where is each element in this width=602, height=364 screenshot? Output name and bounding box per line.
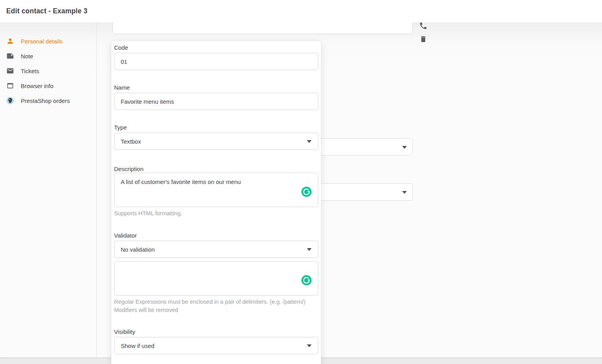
sidebar: Personal details Note Tickets <box>0 22 96 357</box>
sidebar-item-note[interactable]: Note <box>0 49 96 63</box>
sidebar-item-label: PrestaShop orders <box>21 97 70 104</box>
sidebar-item-label: Note <box>21 53 33 59</box>
chevron-down-icon <box>307 248 312 251</box>
regex-pattern-textarea[interactable] <box>114 261 318 296</box>
sidebar-item-tickets[interactable]: Tickets <box>0 63 96 78</box>
chevron-down-icon <box>307 344 312 347</box>
edit-contact-page: Edit contact - Example 3 Personal detail… <box>0 0 602 364</box>
sidebar-divider <box>96 22 97 357</box>
envelope-icon <box>6 67 14 75</box>
type-select[interactable]: Textbox <box>114 133 318 150</box>
description-textarea[interactable]: A list of customer's favorite items on o… <box>114 173 318 207</box>
visibility-select-value: Show if used <box>121 342 154 349</box>
chevron-down-icon <box>307 140 312 143</box>
sidebar-item-label: Tickets <box>21 68 39 74</box>
chevron-down-icon <box>402 146 407 149</box>
description-field: A list of customer's favorite items on o… <box>114 173 318 207</box>
chevron-down-icon <box>402 191 407 194</box>
prestashop-icon <box>6 97 14 105</box>
name-input[interactable] <box>114 93 318 110</box>
name-label: Name <box>114 84 130 91</box>
code-input[interactable] <box>114 53 318 70</box>
validator-label: Validator <box>114 232 137 239</box>
sidebar-item-browser-info[interactable]: Browser info <box>0 78 96 93</box>
sidebar-item-label: Browser info <box>21 83 53 89</box>
sidebar-item-label: Personal details <box>21 38 63 45</box>
regex-pattern-field <box>114 261 318 296</box>
code-label: Code <box>114 44 128 51</box>
page-title: Edit contact - Example 3 <box>6 7 87 15</box>
validator-select-value: No validation <box>121 246 155 253</box>
grammarly-icon[interactable] <box>301 187 312 197</box>
field-editor-panel: Code Name Type Textbox Description A lis… <box>111 41 321 364</box>
grammarly-icon[interactable] <box>301 275 312 285</box>
description-hint: Supports HTML formatting. <box>114 209 319 218</box>
type-label: Type <box>114 124 127 131</box>
visibility-label: Visibility <box>114 328 135 335</box>
visibility-select[interactable]: Show if used <box>114 337 318 354</box>
type-select-value: Textbox <box>121 138 141 145</box>
trash-icon[interactable] <box>419 34 428 44</box>
browser-window-icon <box>6 82 14 90</box>
sidebar-item-prestashop-orders[interactable]: PrestaShop orders <box>0 93 96 108</box>
regex-hint: Regular Expressions must be enclosed in … <box>114 298 319 314</box>
page-header: Edit contact - Example 3 <box>0 0 602 22</box>
note-icon <box>6 52 14 60</box>
person-icon <box>6 37 14 45</box>
sidebar-item-personal-details[interactable]: Personal details <box>0 34 96 49</box>
description-label: Description <box>114 166 143 172</box>
validator-select[interactable]: No validation <box>114 241 318 258</box>
